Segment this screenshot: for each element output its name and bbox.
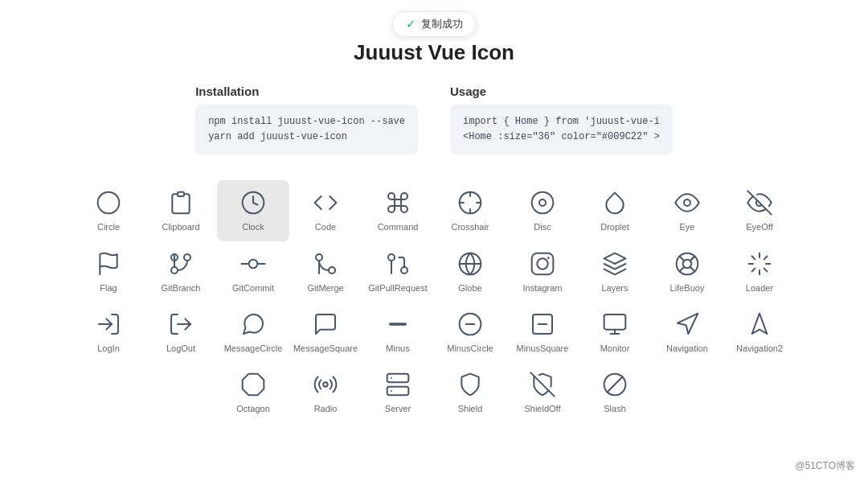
icon-cell-shield[interactable]: Shield [434, 362, 506, 422]
icon-label-gitmerge: GitMerge [307, 283, 343, 294]
icon-label-monitor: Monitor [600, 343, 630, 354]
icon-cell-droplet[interactable]: Droplet [579, 180, 651, 240]
icon-grid: CircleClipboardClockCodeCommandCrosshair… [72, 180, 796, 422]
usage-label: Usage [450, 84, 673, 98]
svg-point-15 [171, 267, 178, 273]
icon-cell-gitbranch[interactable]: GitBranch [145, 241, 217, 302]
layers-icon [600, 249, 629, 278]
icon-cell-navigation2[interactable]: Navigation2 [723, 302, 796, 362]
icon-label-flag: Flag [100, 283, 117, 294]
svg-line-34 [690, 266, 695, 271]
icon-cell-radio[interactable]: Radio [289, 362, 362, 422]
icon-cell-disc[interactable]: Disc [506, 180, 579, 240]
svg-point-23 [388, 254, 395, 261]
icon-cell-logout[interactable]: LogOut [145, 302, 217, 362]
icon-cell-eyeoff[interactable]: EyeOff [723, 180, 796, 240]
installation-block: Installation npm install juuust-vue-icon… [195, 84, 418, 154]
icon-label-server: Server [385, 404, 411, 414]
icon-cell-eye[interactable]: Eye [651, 180, 723, 240]
icon-label-clipboard: Clipboard [162, 222, 199, 232]
minuscircle-icon [456, 310, 485, 339]
icon-cell-minus[interactable]: Minus [362, 302, 434, 362]
usage-code[interactable]: import { Home } from 'juuust-vue-i <Home… [450, 105, 673, 154]
shieldoff-icon [528, 370, 557, 399]
minus-icon [383, 310, 412, 339]
icon-label-instagram: Instagram [523, 283, 563, 294]
icon-cell-circle[interactable]: Circle [72, 180, 145, 240]
circle-icon [94, 188, 123, 217]
radio-icon [311, 370, 340, 399]
droplet-icon [600, 188, 629, 217]
svg-rect-27 [532, 253, 554, 274]
icon-label-navigation: Navigation [666, 343, 708, 354]
icon-label-globe: Globe [458, 283, 481, 294]
icon-cell-monitor[interactable]: Monitor [579, 302, 651, 362]
icon-label-minus: Minus [386, 343, 409, 354]
icon-cell-command[interactable]: Command [362, 180, 434, 240]
svg-point-9 [539, 199, 546, 206]
svg-marker-56 [678, 313, 698, 333]
icon-cell-clipboard[interactable]: Clipboard [145, 180, 217, 240]
svg-line-44 [752, 268, 755, 271]
icon-cell-crosshair[interactable]: Crosshair [434, 180, 506, 240]
icon-label-navigation2: Navigation2 [736, 343, 783, 354]
svg-rect-1 [178, 192, 184, 196]
icon-cell-code[interactable]: Code [289, 180, 362, 240]
svg-line-33 [680, 256, 685, 261]
icon-cell-gitmerge[interactable]: GitMerge [289, 241, 362, 302]
toast-check-icon: ✓ [406, 17, 416, 31]
icon-cell-globe[interactable]: Globe [434, 241, 506, 302]
minussquare-icon [528, 310, 557, 339]
icon-cell-clock[interactable]: Clock [217, 180, 289, 240]
icon-label-octagon: Octagon [236, 404, 270, 414]
icon-label-messagecircle: MessageCircle [224, 343, 283, 354]
messagecircle-icon [239, 310, 268, 339]
icon-cell-messagecircle[interactable]: MessageCircle [217, 302, 289, 362]
gitmerge-icon [311, 249, 340, 278]
icon-cell-minussquare[interactable]: MinusSquare [506, 302, 579, 362]
icon-cell-layers[interactable]: Layers [579, 241, 651, 302]
icon-label-logout: LogOut [166, 343, 195, 354]
icon-cell-flag[interactable]: Flag [72, 241, 145, 302]
icon-label-minussquare: MinusSquare [517, 343, 569, 354]
svg-point-22 [401, 267, 407, 273]
svg-rect-61 [387, 387, 409, 396]
icon-cell-minuscircle[interactable]: MinusCircle [434, 302, 506, 362]
installation-code[interactable]: npm install juuust-vue-icon --save yarn … [195, 105, 418, 154]
navigation2-icon [745, 310, 774, 339]
icon-cell-octagon[interactable]: Octagon [217, 362, 289, 422]
lifebuoy-icon [673, 249, 702, 278]
instagram-icon [528, 249, 557, 278]
icon-cell-gitpullrequest[interactable]: GitPullRequest [362, 241, 434, 302]
logout-icon [166, 310, 195, 339]
icon-label-gitpullrequest: GitPullRequest [368, 283, 427, 294]
icon-cell-lifebuoy[interactable]: LifeBuoy [651, 241, 723, 302]
clock-icon [239, 188, 268, 217]
usage-block: Usage import { Home } from 'juuust-vue-i… [450, 84, 673, 154]
icon-cell-gitcommit[interactable]: GitCommit [217, 241, 289, 302]
icon-cell-slash[interactable]: Slash [579, 362, 651, 422]
icon-label-lifebuoy: LifeBuoy [670, 283, 705, 294]
icon-label-messagesquare: MessageSquare [293, 343, 358, 354]
svg-line-37 [680, 266, 685, 271]
svg-point-59 [323, 382, 327, 386]
icon-cell-server[interactable]: Server [362, 362, 434, 422]
icon-cell-navigation[interactable]: Navigation [651, 302, 723, 362]
slash-icon [600, 370, 629, 399]
svg-marker-58 [243, 374, 264, 396]
icon-cell-messagesquare[interactable]: MessageSquare [289, 302, 362, 362]
navigation-icon [673, 310, 702, 339]
icon-label-crosshair: Crosshair [451, 222, 489, 232]
icon-cell-login[interactable]: LogIn [72, 302, 145, 362]
docs-section: Installation npm install juuust-vue-icon… [16, 84, 852, 154]
watermark: @51CTO博客 [795, 459, 855, 473]
svg-point-10 [684, 199, 690, 206]
svg-line-66 [608, 377, 623, 393]
svg-point-28 [537, 258, 547, 269]
icon-cell-loader[interactable]: Loader [723, 241, 796, 302]
svg-line-36 [690, 257, 694, 261]
icon-cell-instagram[interactable]: Instagram [506, 241, 579, 302]
svg-rect-53 [604, 314, 626, 330]
icon-cell-shieldoff[interactable]: ShieldOff [506, 362, 579, 422]
shield-icon [456, 370, 485, 399]
